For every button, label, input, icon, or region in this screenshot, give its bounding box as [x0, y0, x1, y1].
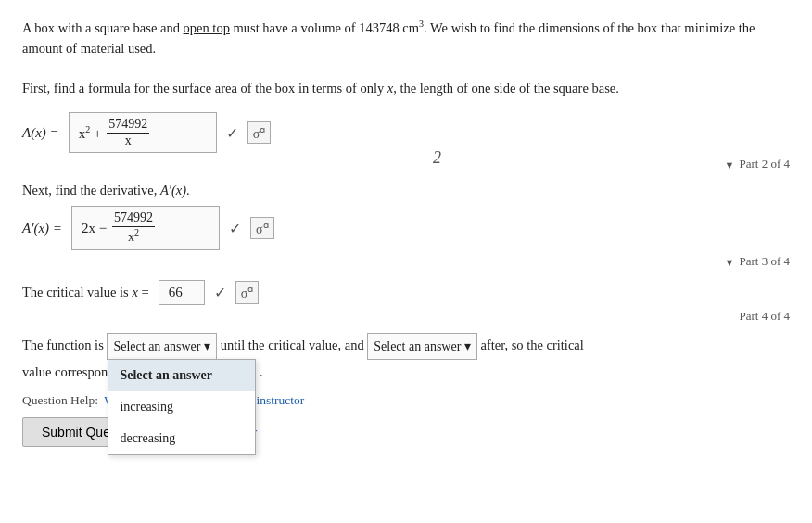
formula-apx-2x: 2x − [82, 221, 110, 236]
part4-section: The critical value is x = 66 ✓ σɑ Part 4… [22, 280, 790, 324]
part2-label-row: ▼ Part 2 of 4 [22, 157, 790, 173]
part3-triangle: ▼ [725, 257, 735, 268]
formula-row-apx: A′(x) = 2x − 574992 x2 ✓ σɑ [22, 206, 790, 249]
sentence-part2: until the critical value, and [221, 338, 368, 352]
problem-line1: A box with a square base and open top mu… [22, 17, 790, 58]
formula-apx-fraction: 574992 x2 [112, 210, 155, 245]
dropdown2-arrow: ▾ [464, 339, 471, 353]
part2-triangle: ▼ [725, 159, 735, 171]
dropdown2-label: Select an answer [374, 339, 461, 353]
part2-label: Part 2 of 4 [739, 157, 790, 172]
dropdown1-option-decreasing[interactable]: decreasing [108, 423, 255, 454]
formula-ax-num: 574992 [107, 117, 149, 134]
problem-statement: A box with a square base and open top mu… [22, 17, 790, 99]
sentence-line2-suffix: . [260, 365, 263, 380]
part3-intro: Next, find the derivative, A′(x). [22, 183, 790, 198]
critical-row: The critical value is x = 66 ✓ σɑ [22, 280, 790, 305]
part3-label: Part 3 of 4 [739, 254, 790, 269]
sigma-critical-icon[interactable]: σɑ [235, 281, 260, 304]
formula-apx-box: 2x − 574992 x2 [71, 206, 220, 249]
formula-apx-den: x2 [126, 227, 141, 245]
formula-ax-box: x2 + 574992 x [69, 112, 217, 154]
formula-apx-prefix: A′(x) = [22, 221, 62, 236]
part4-label-row: Part 4 of 4 [22, 309, 790, 324]
check-critical-icon[interactable]: ✓ [214, 284, 226, 301]
check-apx-icon[interactable]: ✓ [229, 220, 241, 237]
problem-line2: First, find a formula for the surface ar… [22, 79, 790, 99]
dropdown2[interactable]: Select an answer ▾ [367, 333, 477, 361]
formula-row-ax: A(x) = x2 + 574992 x ✓ σɑ [22, 112, 790, 154]
dropdown1-option-select[interactable]: Select an answer [108, 360, 255, 391]
part4-label: Part 4 of 4 [739, 309, 790, 323]
formula-ax-fraction: 574992 x [107, 117, 149, 149]
dropdown1-arrow: ▾ [204, 339, 210, 353]
sigma-ax-icon[interactable]: σɑ [247, 121, 272, 145]
dropdown1-option-increasing[interactable]: increasing [108, 391, 255, 423]
sigma-apx-icon[interactable]: σɑ [250, 217, 274, 240]
question-help-label: Question Help: [22, 393, 98, 408]
check-ax-icon[interactable]: ✓ [226, 124, 238, 142]
part3-label-row: ▼ Part 3 of 4 [22, 254, 790, 271]
part2-section: A(x) = x2 + 574992 x ✓ σɑ ▼ Part 2 of 4 [22, 112, 790, 174]
sentence-section: The function is Select an answer ▾ Selec… [22, 333, 790, 389]
formula-ax-den: x [123, 134, 133, 149]
dropdown1-label: Select an answer [113, 339, 200, 353]
formula-ax-prefix: A(x) = [22, 125, 59, 141]
formula-apx-num: 574992 [112, 210, 155, 227]
sentence-part1: The function is [22, 338, 107, 352]
part3-section: Next, find the derivative, A′(x). A′(x) … [22, 183, 790, 270]
formula-ax-x2: x2 + [79, 124, 105, 142]
critical-value-box: 66 [159, 280, 205, 305]
dropdown1[interactable]: Select an answer ▾ Select an answer incr… [107, 333, 217, 361]
critical-prefix: The critical value is x = [22, 285, 149, 300]
page: A box with a square base and open top mu… [0, 0, 812, 456]
dropdown1-open[interactable]: Select an answer increasing decreasing [108, 359, 256, 454]
sentence-part3: after, so the critical [480, 338, 583, 352]
